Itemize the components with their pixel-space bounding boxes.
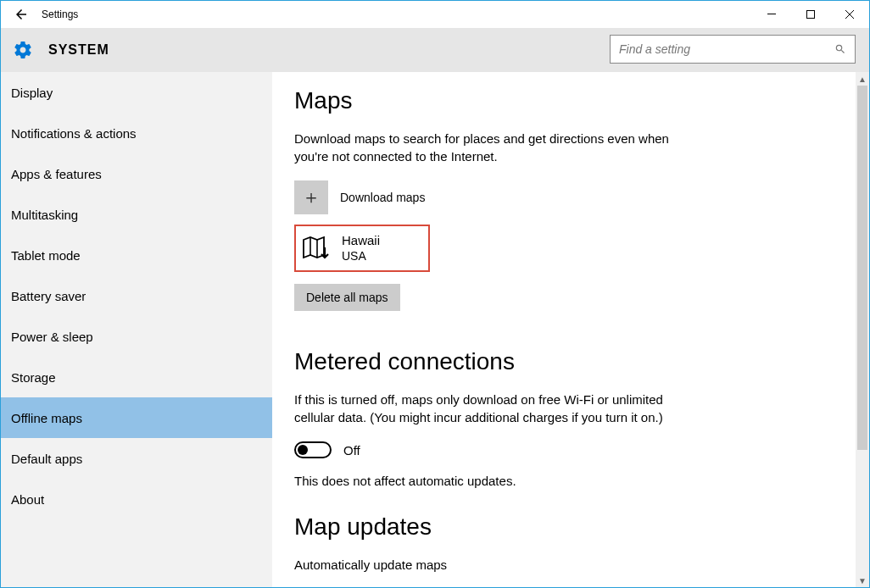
- maps-description: Download maps to search for places and g…: [294, 130, 676, 165]
- sidebar-item-battery-saver[interactable]: Battery saver: [1, 275, 272, 316]
- metered-toggle-row: Off: [294, 441, 847, 458]
- body: Display Notifications & actions Apps & f…: [1, 72, 869, 587]
- download-maps-label: Download maps: [340, 191, 425, 204]
- sidebar-item-label: Tablet mode: [11, 248, 81, 263]
- metered-description: If this is turned off, maps only downloa…: [294, 391, 676, 426]
- sidebar-item-label: Offline maps: [11, 411, 82, 425]
- sidebar-item-label: Default apps: [11, 452, 82, 466]
- titlebar: Settings: [1, 1, 869, 28]
- plus-icon: ＋: [302, 185, 321, 210]
- updates-auto-label: Automatically update maps: [294, 556, 676, 574]
- search-input[interactable]: [619, 42, 834, 56]
- sidebar-item-about[interactable]: About: [1, 479, 272, 519]
- maps-heading: Maps: [294, 87, 847, 114]
- metered-toggle[interactable]: [294, 441, 332, 458]
- sidebar-item-multitasking[interactable]: Multitasking: [1, 194, 272, 235]
- minimize-icon: [767, 10, 776, 19]
- svg-rect-1: [807, 11, 815, 19]
- plus-tile[interactable]: ＋: [294, 180, 328, 214]
- map-download-icon: [301, 233, 332, 263]
- updates-heading: Map updates: [294, 513, 847, 541]
- metered-heading: Metered connections: [294, 348, 847, 375]
- sidebar: Display Notifications & actions Apps & f…: [1, 72, 272, 587]
- content: Maps Download maps to search for places …: [272, 72, 869, 587]
- sidebar-item-label: Battery saver: [11, 289, 86, 303]
- back-button[interactable]: [1, 1, 42, 28]
- sidebar-item-label: Notifications & actions: [11, 126, 137, 141]
- window-controls: [752, 1, 869, 28]
- sidebar-item-display[interactable]: Display: [1, 72, 272, 113]
- sidebar-item-label: Display: [11, 86, 53, 100]
- search-box[interactable]: [610, 35, 856, 64]
- header: SYSTEM: [1, 28, 869, 72]
- sidebar-item-offline-maps[interactable]: Offline maps: [1, 397, 272, 438]
- sidebar-item-power-sleep[interactable]: Power & sleep: [1, 316, 272, 357]
- sidebar-item-label: Power & sleep: [11, 330, 93, 344]
- metered-toggle-label: Off: [343, 443, 360, 458]
- close-button[interactable]: [830, 1, 869, 28]
- download-maps-row[interactable]: ＋ Download maps: [294, 180, 847, 214]
- scroll-down-arrow-icon[interactable]: ▼: [856, 574, 869, 587]
- sidebar-item-notifications[interactable]: Notifications & actions: [1, 113, 272, 153]
- sidebar-item-label: Storage: [11, 370, 56, 385]
- metered-note: This does not affect automatic updates.: [294, 474, 847, 488]
- sidebar-item-storage[interactable]: Storage: [1, 357, 272, 397]
- scroll-thumb[interactable]: [857, 86, 867, 450]
- map-name: Hawaii: [342, 233, 380, 249]
- minimize-button[interactable]: [752, 1, 791, 28]
- map-item-hawaii[interactable]: Hawaii USA: [294, 225, 430, 272]
- svg-rect-0: [767, 14, 776, 14]
- close-icon: [845, 10, 854, 19]
- scroll-up-arrow-icon[interactable]: ▲: [856, 72, 869, 86]
- sidebar-item-default-apps[interactable]: Default apps: [1, 438, 272, 479]
- map-sublabel: USA: [342, 249, 380, 264]
- sidebar-item-label: About: [11, 492, 44, 507]
- scrollbar[interactable]: ▲ ▼: [856, 72, 869, 587]
- maximize-button[interactable]: [791, 1, 830, 28]
- gear-icon: [13, 40, 33, 60]
- search-icon: [834, 43, 846, 55]
- sidebar-item-tablet-mode[interactable]: Tablet mode: [1, 235, 272, 275]
- toggle-knob: [298, 445, 308, 455]
- sidebar-item-label: Multitasking: [11, 208, 78, 222]
- sidebar-item-apps-features[interactable]: Apps & features: [1, 153, 272, 194]
- sidebar-item-label: Apps & features: [11, 167, 102, 181]
- maximize-icon: [806, 10, 815, 19]
- map-labels: Hawaii USA: [342, 233, 380, 263]
- window-title: Settings: [42, 8, 78, 20]
- back-arrow-icon: [14, 7, 29, 22]
- delete-all-maps-button[interactable]: Delete all maps: [294, 284, 400, 311]
- header-title: SYSTEM: [48, 42, 109, 58]
